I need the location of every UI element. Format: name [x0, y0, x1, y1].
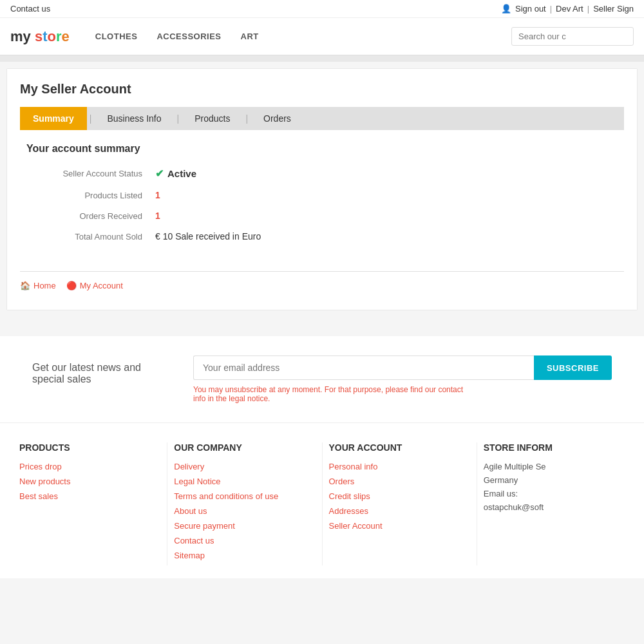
newsletter-form: SUBSCRIBE	[193, 355, 612, 380]
newsletter-text: Get our latest news and special sales	[32, 355, 174, 385]
newsletter-inner: Get our latest news and special sales SU…	[32, 355, 612, 403]
footer-link-seller-account[interactable]: Seller Account	[329, 521, 470, 531]
footer-col-company: OUR COMPANY Delivery Legal Notice Terms …	[167, 442, 322, 565]
tab-orders[interactable]: Orders	[251, 107, 304, 130]
store-email: ostapchuk@soft	[484, 502, 625, 512]
nav-accessories[interactable]: ACCESSORIES	[156, 32, 221, 41]
value-status: ✔ Active	[155, 167, 196, 180]
footer-company-title: OUR COMPANY	[174, 442, 315, 453]
footer-link-new-products[interactable]: New products	[19, 477, 160, 486]
label-orders-received: Orders Received	[26, 211, 155, 221]
summary-title: Your account summary	[26, 143, 618, 155]
footer-link-legal-notice[interactable]: Legal Notice	[174, 477, 315, 486]
page-title: My Seller Account	[20, 82, 624, 97]
footer-link-secure-payment[interactable]: Secure payment	[174, 521, 315, 531]
newsletter-email-input[interactable]	[193, 355, 534, 380]
footer-link-delivery[interactable]: Delivery	[174, 462, 315, 471]
top-bar-right: 👤 Sign out | Dev Art | Seller Sign	[501, 4, 634, 14]
label-total-amount: Total Amount Sold	[26, 232, 155, 242]
footer-col-store: STORE INFORM Agile Multiple Se Germany E…	[477, 442, 631, 565]
footer-columns: PRODUCTS Prices drop New products Best s…	[13, 442, 631, 565]
store-country: Germany	[484, 475, 625, 485]
footer-link-prices-drop[interactable]: Prices drop	[19, 462, 160, 471]
footer-link-addresses[interactable]: Addresses	[329, 506, 470, 516]
seller-account-card: My Seller Account Summary | Business Inf…	[6, 68, 638, 310]
footer-account-title: YOUR ACCOUNT	[329, 442, 470, 453]
value-total-amount: € 10 Sale received in Euro	[155, 231, 261, 242]
breadcrumb-my-account[interactable]: 🔴 My Account	[66, 281, 123, 290]
newsletter-note: You may unsubscribe at any moment. For t…	[193, 385, 477, 403]
header: my store CLOTHES ACCESSORIES ART	[0, 18, 644, 55]
main-content: My Seller Account Summary | Business Inf…	[7, 69, 637, 310]
footer-link-best-sales[interactable]: Best sales	[19, 491, 160, 501]
tabs-bar: Summary | Business Info | Products | Ord…	[20, 107, 624, 130]
contact-us-link[interactable]: Contact us	[10, 4, 50, 14]
newsletter-form-area: SUBSCRIBE You may unsubscribe at any mom…	[193, 355, 612, 403]
signout-link[interactable]: Sign out	[515, 4, 546, 14]
footer: PRODUCTS Prices drop New products Best s…	[0, 422, 644, 578]
footer-link-personal-info[interactable]: Personal info	[329, 462, 470, 471]
value-orders-received: 1	[155, 211, 160, 221]
summary-row-orders: Orders Received 1	[26, 211, 618, 221]
subscribe-button[interactable]: SUBSCRIBE	[534, 355, 612, 380]
newsletter-section: Get our latest news and special sales SU…	[0, 336, 644, 422]
footer-link-terms[interactable]: Terms and conditions of use	[174, 491, 315, 501]
summary-row-status: Seller Account Status ✔ Active	[26, 167, 618, 180]
footer-store-title: STORE INFORM	[484, 442, 625, 453]
label-status: Seller Account Status	[26, 169, 155, 178]
header-divider	[0, 55, 644, 62]
footer-link-sitemap[interactable]: Sitemap	[174, 551, 315, 560]
main-nav: CLOTHES ACCESSORIES ART	[95, 32, 511, 41]
seller-sign-link[interactable]: Seller Sign	[593, 4, 634, 14]
user-icon: 👤	[501, 4, 511, 14]
active-check-icon: ✔	[155, 167, 164, 180]
footer-link-orders[interactable]: Orders	[329, 477, 470, 486]
nav-clothes[interactable]: CLOTHES	[95, 32, 138, 41]
summary-row-total: Total Amount Sold € 10 Sale received in …	[26, 231, 618, 242]
nav-art[interactable]: ART	[241, 32, 259, 41]
breadcrumb-section: 🏠 Home 🔴 My Account	[20, 271, 624, 290]
footer-link-credit-slips[interactable]: Credit slips	[329, 491, 470, 501]
status-active-text: Active	[167, 168, 196, 179]
top-bar: Contact us 👤 Sign out | Dev Art | Seller…	[0, 0, 644, 18]
breadcrumb-home-label: Home	[33, 281, 56, 290]
store-name: Agile Multiple Se	[484, 462, 625, 471]
footer-col-products: PRODUCTS Prices drop New products Best s…	[13, 442, 167, 565]
devart-link[interactable]: Dev Art	[556, 4, 583, 14]
circle-icon: 🔴	[66, 281, 77, 290]
store-email-label: Email us:	[484, 489, 625, 498]
footer-col-account: YOUR ACCOUNT Personal info Orders Credit…	[323, 442, 477, 565]
tab-products[interactable]: Products	[182, 107, 243, 130]
tab-summary[interactable]: Summary	[20, 107, 87, 130]
home-icon: 🏠	[20, 281, 30, 290]
footer-link-contact[interactable]: Contact us	[174, 536, 315, 545]
search-input[interactable]	[511, 27, 634, 46]
summary-section: Your account summary Seller Account Stat…	[20, 130, 624, 265]
page-wrapper: My Seller Account Summary | Business Inf…	[0, 62, 644, 323]
breadcrumb-account-label: My Account	[80, 281, 123, 290]
footer-link-about[interactable]: About us	[174, 506, 315, 516]
logo[interactable]: my store	[10, 28, 70, 45]
tab-business-info[interactable]: Business Info	[94, 107, 174, 130]
summary-row-products: Products Listed 1	[26, 190, 618, 200]
breadcrumb-home[interactable]: 🏠 Home	[20, 281, 56, 290]
footer-products-title: PRODUCTS	[19, 442, 160, 453]
value-products-listed: 1	[155, 190, 160, 200]
label-products-listed: Products Listed	[26, 191, 155, 200]
